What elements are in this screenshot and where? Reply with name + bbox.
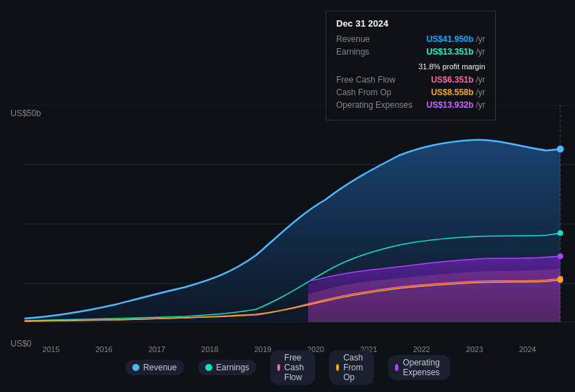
legend-item-earnings[interactable]: Earnings: [198, 360, 256, 375]
chart-container: Dec 31 2024 Revenue US$41.950b /yr Earni…: [0, 0, 575, 392]
tooltip-value-fcf: US$6.351b /yr: [431, 75, 485, 85]
x-label-2024: 2024: [519, 345, 536, 354]
legend-label-earnings: Earnings: [216, 363, 249, 372]
tooltip-label-earnings: Earnings: [336, 47, 369, 57]
legend: Revenue Earnings Free Cash Flow Cash Fro…: [125, 350, 450, 385]
x-label-2016: 2016: [95, 345, 112, 354]
legend-item-opex[interactable]: Operating Expenses: [388, 355, 450, 380]
legend-dot-earnings: [205, 364, 212, 371]
chart-svg: [0, 105, 575, 343]
tooltip-row-fcf: Free Cash Flow US$6.351b /yr: [336, 75, 485, 85]
svg-point-9: [557, 277, 563, 283]
legend-label-revenue: Revenue: [143, 363, 176, 372]
x-label-2015: 2015: [43, 345, 60, 354]
legend-item-revenue[interactable]: Revenue: [125, 360, 183, 375]
tooltip-label-fcf: Free Cash Flow: [336, 75, 396, 85]
tooltip-row-revenue: Revenue US$41.950b /yr: [336, 34, 485, 44]
tooltip-label-revenue: Revenue: [336, 34, 370, 44]
tooltip-value-revenue: US$41.950b /yr: [427, 34, 485, 44]
x-label-2023: 2023: [466, 345, 483, 354]
tooltip-row-earnings: Earnings US$13.351b /yr: [336, 47, 485, 57]
tooltip-value-opex: US$13.932b /yr: [427, 100, 485, 110]
tooltip-label-opex: Operating Expenses: [336, 100, 413, 110]
legend-dot-revenue: [132, 364, 139, 371]
legend-item-fcf[interactable]: Free Cash Flow: [270, 350, 315, 385]
legend-item-cashop[interactable]: Cash From Op: [329, 350, 374, 385]
legend-label-fcf: Free Cash Flow: [284, 353, 308, 382]
tooltip-row-opex: Operating Expenses US$13.932b /yr: [336, 100, 485, 110]
legend-dot-opex: [395, 364, 399, 371]
legend-dot-fcf: [277, 364, 280, 371]
tooltip-label-cashop: Cash From Op: [336, 88, 392, 97]
svg-point-6: [557, 146, 564, 153]
tooltip-date: Dec 31 2024: [336, 18, 485, 29]
svg-point-7: [557, 230, 563, 236]
tooltip-box: Dec 31 2024 Revenue US$41.950b /yr Earni…: [326, 10, 496, 120]
tooltip-row-cashop: Cash From Op US$8.558b /yr: [336, 88, 485, 97]
legend-label-cashop: Cash From Op: [343, 353, 367, 382]
profit-margin-text: 31.8% profit margin: [418, 62, 485, 71]
legend-label-opex: Operating Expenses: [403, 358, 443, 377]
tooltip-value-cashop: US$8.558b /yr: [431, 88, 485, 97]
tooltip-value-earnings: US$13.351b /yr: [427, 47, 485, 57]
svg-point-10: [557, 253, 563, 259]
legend-dot-cashop: [336, 364, 339, 371]
